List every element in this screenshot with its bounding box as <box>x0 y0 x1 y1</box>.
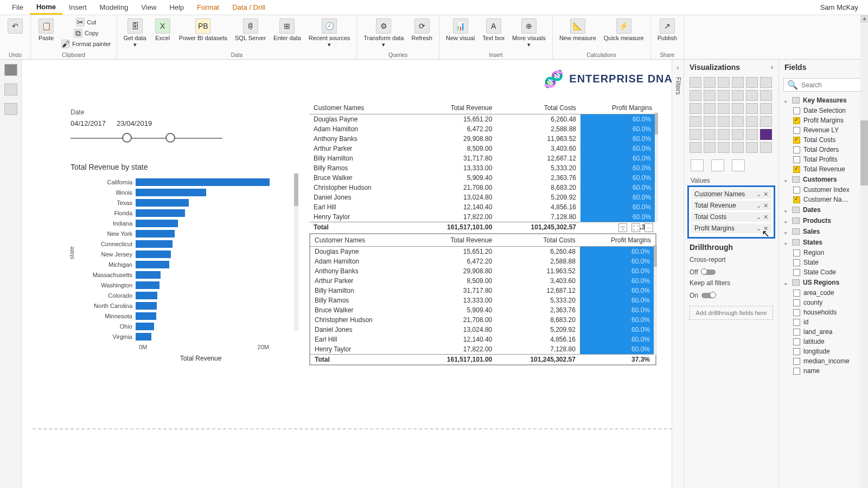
bar-row[interactable]: Florida <box>71 208 288 218</box>
table-visual-bottom[interactable]: ▽ ⛶ ⋯ Customer Names Total Revenue Total… <box>309 233 656 365</box>
viz-type-icon[interactable] <box>704 90 716 101</box>
chevron-down-icon[interactable]: ⌄ <box>756 225 761 232</box>
table-row[interactable]: Earl Hill12,140.404,856.1660.0% <box>310 335 655 344</box>
viz-type-icon[interactable] <box>746 77 758 88</box>
menu-data-drill[interactable]: Data / Drill <box>226 1 272 14</box>
transform-data-button[interactable]: ⚙Transform data▾ <box>361 17 406 49</box>
field-total-orders[interactable]: Total Orders <box>779 145 868 155</box>
bar-row[interactable]: North Carolina <box>71 300 288 311</box>
viz-type-icon[interactable] <box>760 142 772 153</box>
menu-home[interactable]: Home <box>30 1 62 15</box>
slicer-handle-left[interactable] <box>122 133 132 143</box>
bar-row[interactable]: Ohio <box>71 321 288 331</box>
field-region[interactable]: Region <box>779 248 868 258</box>
new-measure-button[interactable]: 📐New measure <box>557 17 598 42</box>
field-state-code[interactable]: State Code <box>779 267 868 277</box>
bar-chart[interactable]: Total Revenue by state state CaliforniaI… <box>71 163 288 362</box>
table-row[interactable]: Billy Ramos13,333.005,333.2060.0% <box>309 163 656 173</box>
date-slicer[interactable]: Date 04/12/2017 23/04/2019 <box>71 108 222 144</box>
viz-type-icon[interactable] <box>732 142 744 153</box>
bar-row[interactable]: Minnesota <box>71 311 288 321</box>
viz-type-icon[interactable] <box>732 77 744 88</box>
new-visual-button[interactable]: 📊New visual <box>444 17 477 42</box>
th-customer-names[interactable]: Customer Names <box>309 102 413 114</box>
table-visual-top[interactable]: Customer Names Total Revenue Total Costs… <box>309 102 656 232</box>
table-row[interactable]: Douglas Payne15,651.206,260.4860.0% <box>310 247 655 257</box>
table-row[interactable]: Christopher Hudson21,708.008,683.2060.0% <box>310 315 655 325</box>
text-box-button[interactable]: AText box <box>480 17 507 42</box>
remove-icon[interactable]: ✕ <box>763 225 768 232</box>
viz-type-icon[interactable] <box>690 129 701 140</box>
table-row[interactable]: Daniel Jones13,024.805,209.9260.0% <box>309 192 656 202</box>
enter-data-button[interactable]: ⊞Enter data <box>271 17 303 42</box>
viz-type-icon[interactable] <box>690 116 701 127</box>
table-row[interactable]: Bruce Walker5,909.402,363.7660.0% <box>310 305 655 315</box>
slicer-to[interactable]: 23/04/2019 <box>117 119 152 127</box>
group-key-measures[interactable]: ⌄Key Measures <box>779 95 868 106</box>
refresh-button[interactable]: ⟳Refresh <box>409 17 435 42</box>
viz-type-icon[interactable] <box>718 90 730 101</box>
table-row[interactable]: Adam Hamilton6,472.202,588.8860.0% <box>310 256 655 266</box>
value-customer-names[interactable]: Customer Names⌄✕ <box>691 189 771 199</box>
value-total-revenue[interactable]: Total Revenue⌄✕ <box>691 201 771 210</box>
table-top-scrollbar[interactable] <box>655 113 658 222</box>
viz-collapse-icon[interactable]: › <box>771 63 773 71</box>
model-view-icon[interactable] <box>4 103 17 115</box>
chevron-down-icon[interactable]: ⌄ <box>756 191 761 198</box>
viz-type-icon[interactable] <box>732 90 744 101</box>
bar-row[interactable]: Indiana <box>71 218 288 228</box>
viz-type-icon[interactable] <box>718 129 730 140</box>
th-total-revenue[interactable]: Total Revenue <box>413 102 497 114</box>
paste-button[interactable]: 📋Paste <box>35 17 57 42</box>
field-total-profits[interactable]: Total Profits <box>779 155 868 164</box>
viz-type-icon[interactable] <box>760 77 772 88</box>
drillthrough-drop[interactable]: Add drillthrough fields here <box>690 306 773 320</box>
viz-type-icon[interactable] <box>704 116 716 127</box>
table-row[interactable]: Anthony Banks29,908.8011,963.5260.0% <box>310 266 655 276</box>
viz-type-icon[interactable] <box>760 90 772 101</box>
viz-type-icon[interactable] <box>704 129 716 140</box>
chart-scrollbar[interactable] <box>294 174 298 331</box>
viz-type-icon[interactable] <box>760 116 772 127</box>
cut-button[interactable]: ✂Cut <box>60 17 112 27</box>
field-latitude[interactable]: latitude <box>779 337 868 346</box>
menu-format[interactable]: Format <box>190 1 226 14</box>
field-total-revenue[interactable]: Total Revenue <box>779 164 868 174</box>
undo-button[interactable]: ↶ <box>4 17 26 36</box>
table-row[interactable]: Henry Taylor17,822.007,128.8060.0% <box>309 212 656 222</box>
more-options-icon[interactable]: ⋯ <box>644 223 653 232</box>
field-longitude[interactable]: longitude <box>779 346 868 356</box>
group-dates[interactable]: ⌄Dates <box>779 204 868 215</box>
viz-type-icon[interactable] <box>690 90 701 101</box>
bar-row[interactable]: Colorado <box>71 290 288 300</box>
quick-measure-button[interactable]: ⚡Quick measure <box>602 17 646 42</box>
table-row[interactable]: Henry Taylor17,822.007,128.8060.0% <box>310 344 655 355</box>
bar-row[interactable]: Massachusetts <box>71 269 288 280</box>
group-us-regions[interactable]: ⌄US Regions <box>779 277 868 288</box>
field-total-costs[interactable]: Total Costs <box>779 135 868 145</box>
excel-button[interactable]: XExcel <box>152 17 174 42</box>
search-input[interactable] <box>801 81 868 89</box>
get-data-button[interactable]: 🗄Get data▾ <box>122 17 149 49</box>
bar-row[interactable]: Michigan <box>71 259 288 269</box>
th2-profit-margins[interactable]: Profit Margins <box>580 234 655 247</box>
table-row[interactable]: Arthur Parker8,509.003,403.6060.0% <box>310 276 655 286</box>
cross-report-toggle[interactable]: Off <box>690 268 716 276</box>
bar-row[interactable]: New Jersey <box>71 249 288 259</box>
user-name[interactable]: Sam McKay <box>820 3 863 11</box>
group-products[interactable]: ⌄Products <box>779 215 868 226</box>
slicer-from[interactable]: 04/12/2017 <box>71 119 106 127</box>
viz-type-icon[interactable] <box>704 77 716 88</box>
bar-row[interactable]: California <box>71 177 288 187</box>
sql-server-button[interactable]: 🛢SQL Server <box>233 17 268 42</box>
recent-sources-button[interactable]: 🕘Recent sources▾ <box>307 17 352 49</box>
remove-icon[interactable]: ✕ <box>763 202 768 209</box>
viz-type-icon[interactable] <box>732 116 744 127</box>
table-row[interactable]: Earl Hill12,140.404,856.1660.0% <box>309 202 656 212</box>
menu-modeling[interactable]: Modeling <box>93 1 135 14</box>
bar-row[interactable]: Washington <box>71 280 288 290</box>
filters-expand-icon[interactable]: ‹ <box>677 64 679 72</box>
th2-customer-names[interactable]: Customer Names <box>310 234 413 247</box>
group-sales[interactable]: ⌄Sales <box>779 226 868 237</box>
viz-type-icon[interactable] <box>760 103 772 114</box>
